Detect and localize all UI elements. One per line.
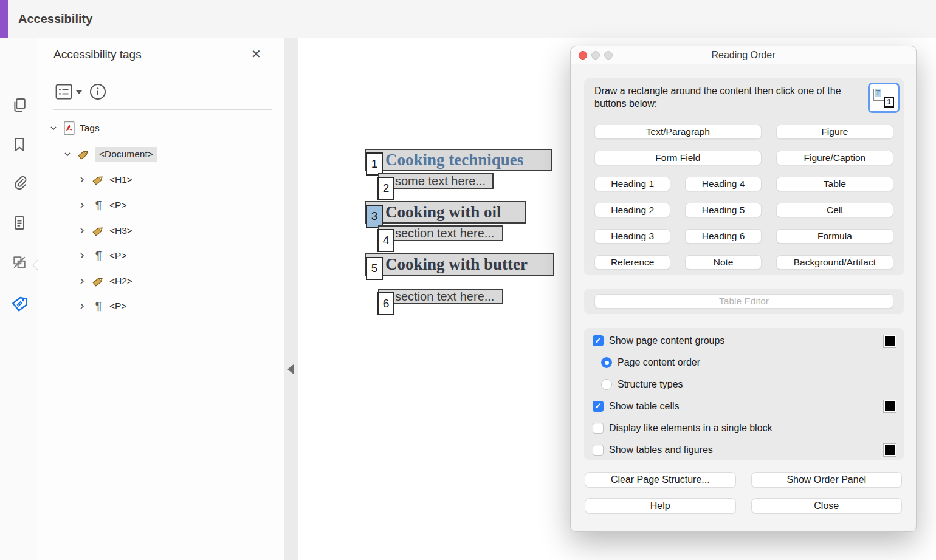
clear-page-structure-button[interactable]: Clear Page Structure...	[585, 473, 735, 487]
form-field-button[interactable]: Form Field	[595, 151, 761, 165]
content-region-heading3[interactable]: Cooking with oil	[365, 201, 526, 224]
tree-row-h1[interactable]: <H1>	[78, 171, 132, 188]
reading-order-badge[interactable]: 4	[377, 229, 394, 252]
reading-order-badge[interactable]: 6	[377, 292, 394, 315]
close-button[interactable]: Close	[752, 499, 902, 513]
checkbox-checked[interactable]	[593, 401, 604, 412]
attachments-icon[interactable]	[10, 173, 29, 193]
tree-label[interactable]: Tags	[80, 123, 100, 134]
dialog-title-bar[interactable]: Reading Order	[571, 46, 916, 64]
reading-order-badge[interactable]: 5	[366, 257, 383, 280]
figure-caption-button[interactable]: Figure/Caption	[777, 151, 893, 165]
table-cells-color-swatch[interactable]	[883, 400, 896, 413]
minimize-window-icon[interactable]	[591, 51, 600, 60]
region-text: section text here...	[395, 290, 494, 303]
tree-row-h2[interactable]: <H2>	[78, 273, 132, 290]
checkbox-checked[interactable]	[593, 335, 604, 346]
option-label: Display like elements in a single block	[609, 423, 773, 434]
heading-5-button[interactable]: Heading 5	[686, 203, 760, 217]
tree-label[interactable]: <H3>	[109, 225, 132, 236]
reading-order-tool-icon[interactable]: T1	[868, 83, 900, 113]
info-icon[interactable]	[89, 83, 106, 103]
tree-row-p[interactable]: ¶ <P>	[78, 247, 126, 264]
text-paragraph-button[interactable]: Text/Paragraph	[595, 125, 761, 138]
structure-buttons-panel: Draw a rectangle around the content then…	[584, 78, 904, 275]
tree-row-h3[interactable]: <H3>	[78, 222, 132, 239]
chevron-down-icon[interactable]	[63, 150, 72, 159]
table-editor-panel: Table Editor	[584, 289, 904, 314]
chevron-down-icon[interactable]	[49, 124, 58, 132]
formula-button[interactable]: Formula	[777, 230, 893, 243]
top-bar: Accessibility	[0, 0, 936, 38]
badge-number: 6	[383, 297, 390, 310]
options-list-icon[interactable]	[55, 84, 72, 102]
show-order-panel-button[interactable]: Show Order Panel	[752, 473, 902, 487]
content-region-paragraph[interactable]: section text here...	[378, 225, 503, 241]
close-panel-icon[interactable]: ✕	[251, 47, 261, 61]
heading-4-button[interactable]: Heading 4	[686, 177, 760, 191]
checkbox-unchecked[interactable]	[593, 423, 604, 434]
background-artifact-button[interactable]: Background/Artifact	[777, 256, 893, 269]
badge-number: 4	[383, 234, 390, 247]
tree-label[interactable]: <P>	[109, 250, 126, 261]
order-panel-icon[interactable]	[10, 253, 29, 272]
chevron-right-icon[interactable]	[78, 302, 86, 310]
radio-selected[interactable]	[601, 357, 612, 368]
tree-row-p[interactable]: ¶ <P>	[78, 197, 126, 214]
content-region-heading2[interactable]: Cooking with butter	[365, 253, 554, 276]
table-button[interactable]: Table	[777, 177, 893, 191]
tree-row-document[interactable]: <Document>	[63, 146, 157, 163]
dropdown-caret-icon[interactable]	[76, 90, 82, 94]
chevron-right-icon[interactable]	[78, 176, 86, 184]
panel-splitter[interactable]	[284, 38, 299, 560]
bookmarks-icon[interactable]	[10, 135, 29, 154]
page-icon[interactable]	[10, 213, 29, 233]
tree-row-tags[interactable]: Tags	[49, 120, 100, 137]
chevron-right-icon[interactable]	[78, 251, 86, 260]
heading-2-button[interactable]: Heading 2	[595, 203, 670, 217]
heading-1-button[interactable]: Heading 1	[595, 177, 670, 191]
page-thumbnails-icon[interactable]	[10, 95, 29, 115]
help-button[interactable]: Help	[585, 499, 735, 513]
reference-button[interactable]: Reference	[595, 256, 670, 269]
panel-title: Accessibility tags	[53, 48, 142, 61]
region-text: Cooking with oil	[385, 203, 501, 221]
content-region-paragraph[interactable]: section text here...	[378, 289, 503, 304]
option-show-page-content-groups: Show page content groups	[593, 335, 724, 347]
chevron-right-icon[interactable]	[78, 201, 86, 210]
tree-label[interactable]: <P>	[109, 301, 126, 312]
reading-order-dialog: Reading Order Draw a rectangle around th…	[570, 46, 917, 532]
badge-number: 2	[383, 182, 390, 195]
region-text: Cooking with butter	[385, 255, 528, 273]
reading-order-badge[interactable]: 2	[377, 177, 394, 200]
checkbox-unchecked[interactable]	[593, 445, 604, 456]
reading-order-badge[interactable]: 1	[366, 152, 383, 176]
badge-number: 5	[371, 262, 378, 275]
instruction-text: Draw a rectangle around the content then…	[594, 84, 852, 110]
option-label: Show page content groups	[609, 335, 724, 346]
tree-row-p[interactable]: ¶ <P>	[78, 298, 126, 315]
dialog-footer-row-1: Clear Page Structure... Show Order Panel	[585, 473, 901, 487]
heading-6-button[interactable]: Heading 6	[686, 230, 760, 243]
cell-button[interactable]: Cell	[777, 203, 893, 217]
chevron-right-icon[interactable]	[78, 277, 86, 285]
tree-label[interactable]: <H1>	[109, 174, 132, 185]
tree-label[interactable]: <P>	[109, 200, 126, 211]
heading-3-button[interactable]: Heading 3	[595, 230, 670, 243]
zoom-window-icon[interactable]	[604, 51, 613, 60]
radio-unselected[interactable]	[601, 379, 612, 390]
collapse-panel-icon[interactable]	[287, 364, 294, 374]
close-window-icon[interactable]	[579, 51, 587, 60]
figure-button[interactable]: Figure	[777, 125, 893, 138]
chevron-right-icon[interactable]	[78, 227, 86, 235]
tables-figures-color-swatch[interactable]	[883, 443, 896, 457]
note-button[interactable]: Note	[686, 256, 760, 269]
accessibility-tags-icon[interactable]	[10, 294, 29, 313]
table-editor-button[interactable]: Table Editor	[595, 295, 893, 308]
tree-label[interactable]: <H2>	[109, 276, 132, 287]
reading-order-badge-selected[interactable]: 3	[366, 205, 383, 228]
content-region-heading1[interactable]: Cooking techniques	[365, 149, 552, 171]
tree-label-selected[interactable]: <Document>	[95, 147, 157, 162]
content-groups-color-swatch[interactable]	[883, 335, 896, 348]
content-region-paragraph[interactable]: some text here...	[378, 173, 494, 189]
